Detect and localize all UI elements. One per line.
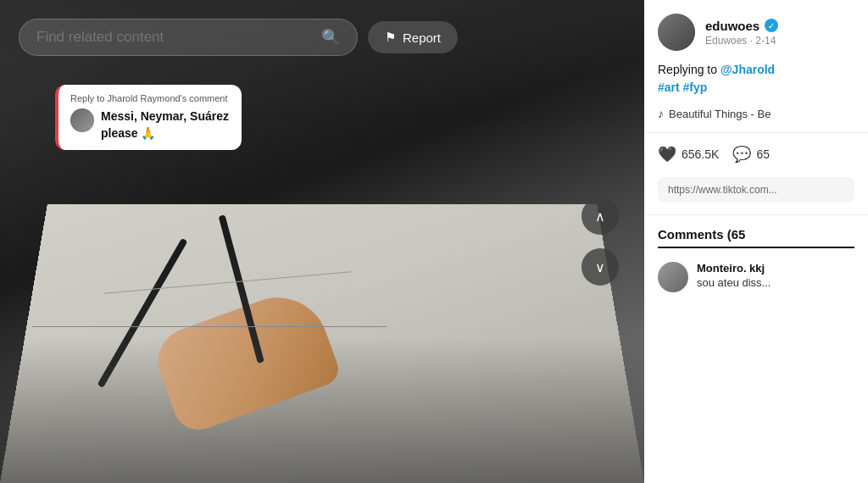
chevron-up-icon: ∧ <box>595 208 605 225</box>
comment-item-avatar <box>658 262 688 292</box>
divider-1 <box>644 132 868 133</box>
search-input[interactable] <box>36 29 313 46</box>
comment-bubble: Reply to Jharold Raymond's comment Messi… <box>55 85 242 150</box>
user-handle-date: Eduwoes · 2-14 <box>705 35 854 47</box>
mention-jharold[interactable]: @Jharold <box>721 63 775 76</box>
replying-to-label: Replying to <box>658 63 721 76</box>
username: eduwoes <box>705 19 760 33</box>
search-bar[interactable]: 🔍 <box>19 19 358 56</box>
music-note-icon: ♪ <box>658 107 664 120</box>
stats-row: 🖤 656.5K 💬 65 <box>644 136 868 172</box>
hashtag-fyp[interactable]: #fyp <box>683 80 708 94</box>
report-label: Report <box>403 31 441 45</box>
nav-up-button[interactable]: ∧ <box>581 197 619 235</box>
comment-item-text: sou ateu diss... <box>697 276 849 289</box>
divider-2 <box>644 214 868 215</box>
likes-stat[interactable]: 🖤 656.5K <box>658 145 719 164</box>
music-row: ♪ Beautiful Things - Be <box>644 103 868 129</box>
comments-header: Comments (65 <box>644 219 868 247</box>
music-title[interactable]: Beautiful Things - Be <box>669 108 771 120</box>
comments-divider <box>658 247 854 248</box>
comment-icon: 💬 <box>732 145 751 164</box>
comments-stat[interactable]: 💬 65 <box>732 145 770 164</box>
comments-count: 65 <box>756 147 770 161</box>
navigation-arrows: ∧ ∨ <box>581 197 619 286</box>
comment-bubble-body: Messi, Neymar, Suárez please 🙏 <box>70 108 230 142</box>
comment-item: Monteiro. kkj sou ateu diss... <box>644 255 868 299</box>
comment-bubble-text: Messi, Neymar, Suárez please 🙏 <box>101 108 230 142</box>
search-icon: 🔍 <box>321 28 340 47</box>
hashtag-art[interactable]: #art <box>658 80 680 94</box>
video-panel: 🔍 ⚑ Report Reply to Jharold Raymond's co… <box>0 0 644 483</box>
verified-badge: ✓ <box>765 19 778 32</box>
heart-icon: 🖤 <box>658 145 676 164</box>
search-bar-container: 🔍 ⚑ Report <box>19 19 458 56</box>
comments-title: Comments (65 <box>658 227 745 242</box>
comment-bubble-header: Reply to Jharold Raymond's comment <box>70 93 230 103</box>
nav-down-button[interactable]: ∨ <box>581 248 619 286</box>
comment-item-name: Monteiro. kkj <box>697 262 854 275</box>
video-link-input[interactable] <box>658 177 854 203</box>
user-info: eduwoes ✓ Eduwoes · 2-14 <box>705 19 854 47</box>
description: Replying to @Jharold #art #fyp <box>644 58 868 103</box>
report-button[interactable]: ⚑ Report <box>368 21 458 53</box>
video-background <box>0 0 644 483</box>
link-row <box>644 172 868 211</box>
likes-count: 656.5K <box>682 147 719 161</box>
avatar <box>658 14 695 51</box>
right-panel: eduwoes ✓ Eduwoes · 2-14 Replying to @Jh… <box>644 0 868 483</box>
comment-bubble-avatar <box>70 108 94 132</box>
comment-bubble-avatar-img <box>70 108 94 132</box>
report-flag-icon: ⚑ <box>385 30 396 45</box>
chevron-down-icon: ∨ <box>595 259 605 275</box>
drawing-lines <box>32 218 387 436</box>
comment-item-content: Monteiro. kkj sou ateu diss... <box>697 262 854 289</box>
user-section: eduwoes ✓ Eduwoes · 2-14 <box>644 0 868 58</box>
avatar-image <box>658 14 695 51</box>
username-row: eduwoes ✓ <box>705 19 854 33</box>
